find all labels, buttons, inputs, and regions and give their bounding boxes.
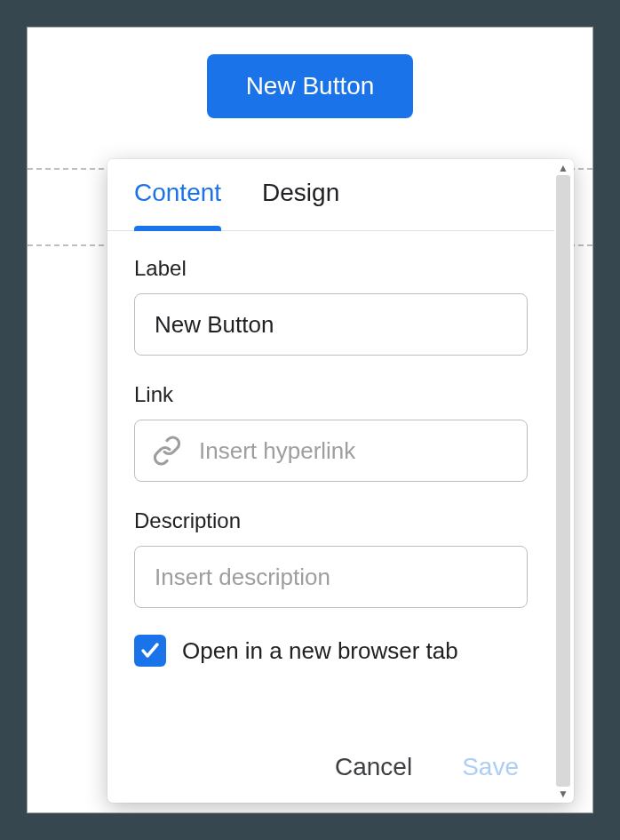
new-tab-row: Open in a new browser tab [134,635,528,667]
preview-area: New Button [28,28,592,118]
link-input[interactable] [134,420,528,482]
panel-scrollbar[interactable]: ▲ ▼ [554,163,572,799]
new-tab-label: Open in a new browser tab [182,637,458,665]
panel-actions: Cancel Save [107,748,554,803]
content-form: Label Link [107,231,554,748]
field-label: Label [134,256,528,356]
field-description: Description [134,508,528,608]
link-icon [152,436,182,466]
tab-design[interactable]: Design [262,179,339,230]
new-tab-checkbox[interactable] [134,635,166,667]
link-title: Link [134,382,528,407]
description-title: Description [134,508,528,533]
save-button[interactable]: Save [458,748,522,787]
scroll-down-icon: ▼ [558,788,568,799]
edit-panel: ▲ ▼ Content Design Label Link [107,159,574,803]
editor-canvas: New Button ▲ ▼ Content Design Label Link [27,27,593,813]
scroll-thumb[interactable] [556,175,570,787]
field-link: Link [134,382,528,482]
tab-content[interactable]: Content [134,179,221,230]
description-input[interactable] [134,546,528,608]
label-title: Label [134,256,528,281]
preview-button[interactable]: New Button [207,54,414,118]
panel-tabs: Content Design [107,159,554,231]
cancel-button[interactable]: Cancel [331,748,416,787]
scroll-up-icon: ▲ [558,163,568,173]
label-input[interactable] [134,293,528,356]
